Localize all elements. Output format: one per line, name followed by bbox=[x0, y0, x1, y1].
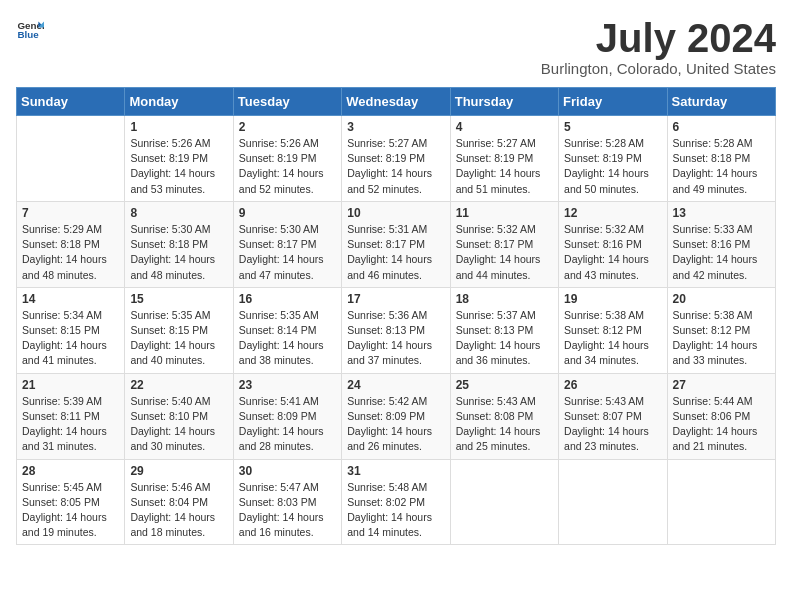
day-info: Sunrise: 5:34 AM Sunset: 8:15 PM Dayligh… bbox=[22, 308, 119, 369]
day-number: 4 bbox=[456, 120, 553, 134]
header: General Blue July 2024 Burlington, Color… bbox=[16, 16, 776, 77]
title-area: July 2024 Burlington, Colorado, United S… bbox=[541, 16, 776, 77]
day-number: 19 bbox=[564, 292, 661, 306]
calendar-cell: 27Sunrise: 5:44 AM Sunset: 8:06 PM Dayli… bbox=[667, 373, 775, 459]
day-info: Sunrise: 5:47 AM Sunset: 8:03 PM Dayligh… bbox=[239, 480, 336, 541]
calendar-cell: 4Sunrise: 5:27 AM Sunset: 8:19 PM Daylig… bbox=[450, 116, 558, 202]
day-info: Sunrise: 5:38 AM Sunset: 8:12 PM Dayligh… bbox=[564, 308, 661, 369]
calendar-cell: 12Sunrise: 5:32 AM Sunset: 8:16 PM Dayli… bbox=[559, 201, 667, 287]
calendar-cell: 23Sunrise: 5:41 AM Sunset: 8:09 PM Dayli… bbox=[233, 373, 341, 459]
day-number: 25 bbox=[456, 378, 553, 392]
day-info: Sunrise: 5:45 AM Sunset: 8:05 PM Dayligh… bbox=[22, 480, 119, 541]
day-number: 10 bbox=[347, 206, 444, 220]
week-row-1: 1Sunrise: 5:26 AM Sunset: 8:19 PM Daylig… bbox=[17, 116, 776, 202]
day-number: 23 bbox=[239, 378, 336, 392]
weekday-header-sunday: Sunday bbox=[17, 88, 125, 116]
calendar-cell: 28Sunrise: 5:45 AM Sunset: 8:05 PM Dayli… bbox=[17, 459, 125, 545]
day-info: Sunrise: 5:31 AM Sunset: 8:17 PM Dayligh… bbox=[347, 222, 444, 283]
day-number: 14 bbox=[22, 292, 119, 306]
day-number: 13 bbox=[673, 206, 770, 220]
day-info: Sunrise: 5:32 AM Sunset: 8:17 PM Dayligh… bbox=[456, 222, 553, 283]
calendar-cell: 26Sunrise: 5:43 AM Sunset: 8:07 PM Dayli… bbox=[559, 373, 667, 459]
calendar-cell bbox=[667, 459, 775, 545]
day-number: 12 bbox=[564, 206, 661, 220]
calendar-cell: 31Sunrise: 5:48 AM Sunset: 8:02 PM Dayli… bbox=[342, 459, 450, 545]
calendar-cell: 29Sunrise: 5:46 AM Sunset: 8:04 PM Dayli… bbox=[125, 459, 233, 545]
day-number: 24 bbox=[347, 378, 444, 392]
weekday-header-monday: Monday bbox=[125, 88, 233, 116]
calendar-cell: 24Sunrise: 5:42 AM Sunset: 8:09 PM Dayli… bbox=[342, 373, 450, 459]
day-number: 31 bbox=[347, 464, 444, 478]
day-number: 20 bbox=[673, 292, 770, 306]
day-info: Sunrise: 5:32 AM Sunset: 8:16 PM Dayligh… bbox=[564, 222, 661, 283]
calendar-cell: 13Sunrise: 5:33 AM Sunset: 8:16 PM Dayli… bbox=[667, 201, 775, 287]
calendar-cell: 14Sunrise: 5:34 AM Sunset: 8:15 PM Dayli… bbox=[17, 287, 125, 373]
calendar-cell bbox=[17, 116, 125, 202]
calendar-cell: 1Sunrise: 5:26 AM Sunset: 8:19 PM Daylig… bbox=[125, 116, 233, 202]
calendar-cell: 10Sunrise: 5:31 AM Sunset: 8:17 PM Dayli… bbox=[342, 201, 450, 287]
day-number: 6 bbox=[673, 120, 770, 134]
day-number: 30 bbox=[239, 464, 336, 478]
calendar-cell: 2Sunrise: 5:26 AM Sunset: 8:19 PM Daylig… bbox=[233, 116, 341, 202]
calendar-cell: 9Sunrise: 5:30 AM Sunset: 8:17 PM Daylig… bbox=[233, 201, 341, 287]
day-info: Sunrise: 5:37 AM Sunset: 8:13 PM Dayligh… bbox=[456, 308, 553, 369]
week-row-3: 14Sunrise: 5:34 AM Sunset: 8:15 PM Dayli… bbox=[17, 287, 776, 373]
calendar-cell: 22Sunrise: 5:40 AM Sunset: 8:10 PM Dayli… bbox=[125, 373, 233, 459]
calendar-table: SundayMondayTuesdayWednesdayThursdayFrid… bbox=[16, 87, 776, 545]
day-number: 7 bbox=[22, 206, 119, 220]
day-number: 21 bbox=[22, 378, 119, 392]
day-number: 28 bbox=[22, 464, 119, 478]
day-info: Sunrise: 5:36 AM Sunset: 8:13 PM Dayligh… bbox=[347, 308, 444, 369]
calendar-cell bbox=[450, 459, 558, 545]
day-info: Sunrise: 5:30 AM Sunset: 8:18 PM Dayligh… bbox=[130, 222, 227, 283]
calendar-cell: 8Sunrise: 5:30 AM Sunset: 8:18 PM Daylig… bbox=[125, 201, 233, 287]
weekday-header-wednesday: Wednesday bbox=[342, 88, 450, 116]
day-info: Sunrise: 5:41 AM Sunset: 8:09 PM Dayligh… bbox=[239, 394, 336, 455]
day-number: 22 bbox=[130, 378, 227, 392]
calendar-cell: 3Sunrise: 5:27 AM Sunset: 8:19 PM Daylig… bbox=[342, 116, 450, 202]
day-number: 2 bbox=[239, 120, 336, 134]
logo-icon: General Blue bbox=[16, 16, 44, 44]
weekday-header-tuesday: Tuesday bbox=[233, 88, 341, 116]
calendar-cell: 16Sunrise: 5:35 AM Sunset: 8:14 PM Dayli… bbox=[233, 287, 341, 373]
calendar-cell: 19Sunrise: 5:38 AM Sunset: 8:12 PM Dayli… bbox=[559, 287, 667, 373]
weekday-header-saturday: Saturday bbox=[667, 88, 775, 116]
weekday-header-thursday: Thursday bbox=[450, 88, 558, 116]
day-info: Sunrise: 5:42 AM Sunset: 8:09 PM Dayligh… bbox=[347, 394, 444, 455]
day-info: Sunrise: 5:30 AM Sunset: 8:17 PM Dayligh… bbox=[239, 222, 336, 283]
day-info: Sunrise: 5:29 AM Sunset: 8:18 PM Dayligh… bbox=[22, 222, 119, 283]
day-number: 16 bbox=[239, 292, 336, 306]
calendar-cell: 30Sunrise: 5:47 AM Sunset: 8:03 PM Dayli… bbox=[233, 459, 341, 545]
weekday-header-friday: Friday bbox=[559, 88, 667, 116]
day-info: Sunrise: 5:28 AM Sunset: 8:19 PM Dayligh… bbox=[564, 136, 661, 197]
day-number: 26 bbox=[564, 378, 661, 392]
day-info: Sunrise: 5:27 AM Sunset: 8:19 PM Dayligh… bbox=[456, 136, 553, 197]
page-title: July 2024 bbox=[541, 16, 776, 60]
calendar-cell: 11Sunrise: 5:32 AM Sunset: 8:17 PM Dayli… bbox=[450, 201, 558, 287]
day-number: 29 bbox=[130, 464, 227, 478]
week-row-5: 28Sunrise: 5:45 AM Sunset: 8:05 PM Dayli… bbox=[17, 459, 776, 545]
page-subtitle: Burlington, Colorado, United States bbox=[541, 60, 776, 77]
day-info: Sunrise: 5:43 AM Sunset: 8:08 PM Dayligh… bbox=[456, 394, 553, 455]
weekday-header-row: SundayMondayTuesdayWednesdayThursdayFrid… bbox=[17, 88, 776, 116]
day-info: Sunrise: 5:40 AM Sunset: 8:10 PM Dayligh… bbox=[130, 394, 227, 455]
day-number: 15 bbox=[130, 292, 227, 306]
calendar-cell: 5Sunrise: 5:28 AM Sunset: 8:19 PM Daylig… bbox=[559, 116, 667, 202]
day-info: Sunrise: 5:44 AM Sunset: 8:06 PM Dayligh… bbox=[673, 394, 770, 455]
calendar-cell: 17Sunrise: 5:36 AM Sunset: 8:13 PM Dayli… bbox=[342, 287, 450, 373]
calendar-cell: 6Sunrise: 5:28 AM Sunset: 8:18 PM Daylig… bbox=[667, 116, 775, 202]
day-number: 17 bbox=[347, 292, 444, 306]
day-number: 1 bbox=[130, 120, 227, 134]
calendar-cell: 21Sunrise: 5:39 AM Sunset: 8:11 PM Dayli… bbox=[17, 373, 125, 459]
day-info: Sunrise: 5:26 AM Sunset: 8:19 PM Dayligh… bbox=[130, 136, 227, 197]
day-info: Sunrise: 5:46 AM Sunset: 8:04 PM Dayligh… bbox=[130, 480, 227, 541]
day-number: 8 bbox=[130, 206, 227, 220]
calendar-cell: 15Sunrise: 5:35 AM Sunset: 8:15 PM Dayli… bbox=[125, 287, 233, 373]
svg-text:Blue: Blue bbox=[17, 29, 39, 40]
day-number: 3 bbox=[347, 120, 444, 134]
logo: General Blue bbox=[16, 16, 44, 44]
day-info: Sunrise: 5:35 AM Sunset: 8:15 PM Dayligh… bbox=[130, 308, 227, 369]
day-info: Sunrise: 5:33 AM Sunset: 8:16 PM Dayligh… bbox=[673, 222, 770, 283]
calendar-cell bbox=[559, 459, 667, 545]
day-info: Sunrise: 5:48 AM Sunset: 8:02 PM Dayligh… bbox=[347, 480, 444, 541]
